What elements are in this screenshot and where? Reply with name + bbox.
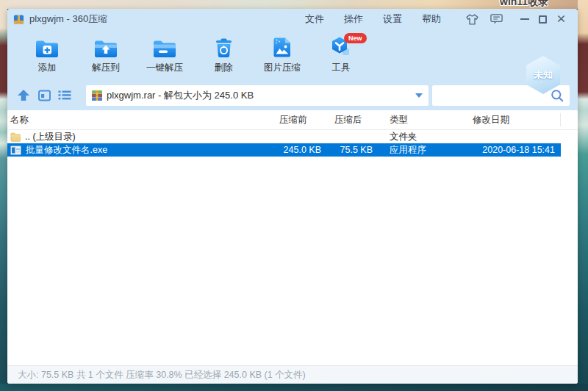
close-button[interactable]: ✕ bbox=[552, 12, 570, 26]
desktop-background-left bbox=[0, 0, 7, 391]
delete-button[interactable]: 删除 bbox=[194, 36, 253, 74]
image-compress-button[interactable]: 图片压缩 bbox=[253, 36, 312, 74]
archive-path-combobox[interactable]: plxgwjm.rar - 解包大小为 245.0 KB bbox=[86, 85, 429, 106]
folder-icon bbox=[10, 132, 21, 142]
feedback-icon[interactable] bbox=[490, 13, 503, 25]
file-list: 名称 压缩前 压缩后 类型 修改日期 .. (上级目录) 文件夹 bbox=[7, 110, 578, 365]
folder-add-icon bbox=[35, 36, 59, 58]
new-badge: New bbox=[344, 33, 367, 43]
minimize-icon bbox=[520, 18, 529, 20]
header-size-after[interactable]: 压缩后 bbox=[329, 114, 380, 126]
desktop-background-bottom bbox=[0, 384, 588, 391]
tools-label: 工具 bbox=[332, 62, 351, 74]
title-bar[interactable]: plxgwjm - 360压缩 文件 操作 设置 帮助 ✕ bbox=[7, 9, 578, 29]
one-click-extract-label: 一键解压 bbox=[146, 62, 183, 74]
minimize-button[interactable] bbox=[515, 12, 534, 26]
header-modified[interactable]: 修改日期 bbox=[470, 113, 561, 126]
maximize-icon bbox=[539, 15, 547, 24]
status-text: 大小: 75.5 KB 共 1 个文件 压缩率 30.8% 已经选择 245.0… bbox=[18, 369, 306, 381]
trash-icon bbox=[214, 36, 234, 58]
menu-file[interactable]: 文件 bbox=[305, 12, 324, 26]
security-badge-label: 未知 bbox=[534, 68, 553, 82]
row-size-after: 75.5 KB bbox=[329, 145, 380, 155]
menu-settings[interactable]: 设置 bbox=[383, 12, 402, 26]
list-view-icon[interactable] bbox=[58, 90, 71, 101]
image-compress-label: 图片压缩 bbox=[264, 62, 301, 74]
file-list-empty-area[interactable] bbox=[7, 157, 578, 365]
list-header-row: 名称 压缩前 压缩后 类型 修改日期 bbox=[7, 110, 578, 130]
view-mode-icon[interactable] bbox=[38, 90, 51, 101]
search-input[interactable] bbox=[438, 90, 551, 101]
extract-to-label: 解压到 bbox=[92, 62, 120, 74]
archive-path-value: plxgwjm.rar - 解包大小为 245.0 KB bbox=[107, 89, 415, 102]
delete-label: 删除 bbox=[215, 62, 233, 74]
up-level-icon[interactable] bbox=[16, 89, 31, 101]
image-compress-icon bbox=[273, 36, 292, 58]
header-type[interactable]: 类型 bbox=[380, 114, 470, 126]
menu-operate[interactable]: 操作 bbox=[344, 12, 363, 26]
extract-to-button[interactable]: 解压到 bbox=[76, 36, 135, 74]
menu-help[interactable]: 帮助 bbox=[422, 12, 441, 26]
table-row-selected-file[interactable]: 批量修改文件名.exe 245.0 KB 75.5 KB 应用程序 2020-0… bbox=[7, 143, 561, 157]
toolbar: 添加 解压到 一键解压 bbox=[7, 29, 578, 83]
header-size-before[interactable]: 压缩前 bbox=[273, 114, 329, 126]
row-modified: 2020-06-18 15:41 bbox=[470, 145, 561, 155]
address-bar: plxgwjm.rar - 解包大小为 245.0 KB bbox=[7, 83, 578, 110]
skin-theme-icon[interactable] bbox=[465, 13, 479, 26]
add-label: 添加 bbox=[38, 62, 57, 74]
search-icon[interactable] bbox=[551, 89, 564, 102]
window-title: plxgwjm - 360压缩 bbox=[29, 12, 107, 26]
chevron-down-icon[interactable] bbox=[415, 93, 423, 98]
status-bar: 大小: 75.5 KB 共 1 个文件 压缩率 30.8% 已经选择 245.0… bbox=[7, 365, 578, 384]
tools-button[interactable]: 工具 New bbox=[312, 36, 370, 74]
maximize-button[interactable] bbox=[534, 12, 552, 26]
folder-extract-to-icon bbox=[94, 36, 118, 58]
row-size-before: 245.0 KB bbox=[273, 145, 329, 155]
header-name[interactable]: 名称 bbox=[7, 114, 273, 126]
app-archive-icon bbox=[13, 14, 24, 25]
desktop-background-right bbox=[578, 0, 588, 391]
row-type: 文件夹 bbox=[380, 131, 470, 143]
desktop-watermark: win11收录 bbox=[500, 0, 548, 9]
close-icon: ✕ bbox=[556, 13, 566, 24]
table-row-parent-dir[interactable]: .. (上级目录) 文件夹 bbox=[7, 130, 561, 143]
one-click-extract-button[interactable]: 一键解压 bbox=[135, 36, 194, 74]
rar-file-icon bbox=[91, 90, 103, 101]
row-name: 批量修改文件名.exe bbox=[26, 144, 107, 157]
app-window: plxgwjm - 360压缩 文件 操作 设置 帮助 ✕ bbox=[7, 9, 578, 384]
row-name: .. (上级目录) bbox=[25, 131, 76, 143]
row-type: 应用程序 bbox=[380, 144, 470, 157]
add-button[interactable]: 添加 bbox=[18, 36, 76, 74]
folder-one-click-extract-icon bbox=[153, 36, 176, 58]
exe-icon bbox=[10, 146, 21, 155]
